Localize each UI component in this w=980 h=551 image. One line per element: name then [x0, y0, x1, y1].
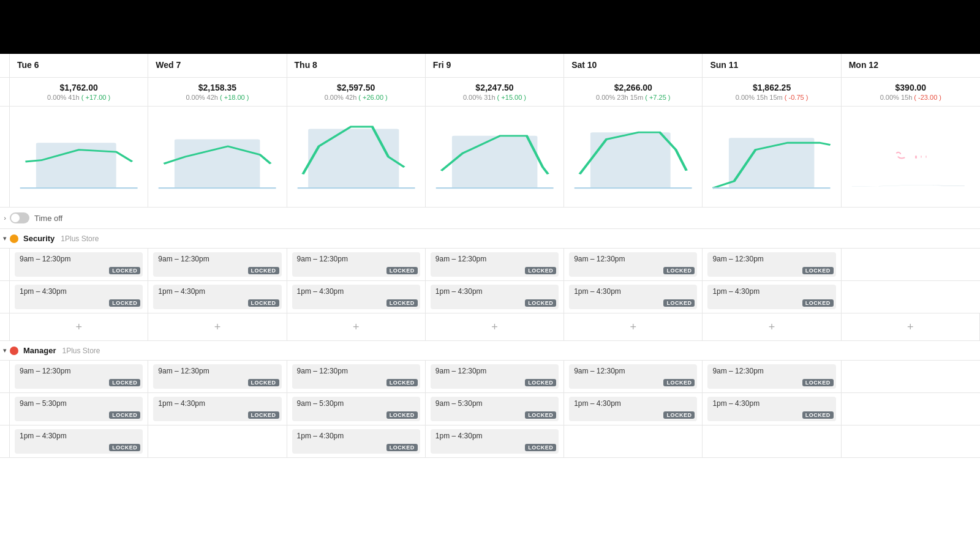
shift-block: 9am – 5:30pm LOCKED	[431, 397, 559, 421]
detail-sun: 0.00% 15h 15m ( -0.75 )	[710, 94, 833, 101]
locked-badge: LOCKED	[109, 411, 140, 419]
manager-shift-mon-r2	[842, 393, 980, 425]
add-security-fri[interactable]: +	[426, 313, 564, 340]
manager-shift-fri-r2[interactable]: 9am – 5:30pm LOCKED	[426, 393, 564, 425]
security-schedule-row-2: 1pm – 4:30pm LOCKED 1pm – 4:30pm LOCKED …	[0, 281, 980, 313]
timeoff-expand-icon[interactable]: ›	[0, 214, 10, 222]
security-shift-sun-r1[interactable]: 9am – 12:30pm LOCKED	[703, 249, 841, 280]
change-fri: ( +15.00 )	[497, 94, 526, 101]
timeoff-toggle[interactable]	[10, 212, 29, 223]
manager-shift-thu-r3[interactable]: 1pm – 4:30pm LOCKED	[287, 425, 426, 457]
security-shift-tue-r2[interactable]: 1pm – 4:30pm LOCKED	[10, 281, 148, 313]
charts-row	[0, 107, 980, 208]
shift-block: 9am – 12:30pm LOCKED	[707, 252, 835, 277]
detail-sat: 0.00% 23h 15m ( +7.25 )	[571, 94, 695, 101]
security-shift-wed-r1[interactable]: 9am – 12:30pm LOCKED	[148, 249, 287, 280]
security-role-name: Security	[23, 234, 55, 243]
shift-block: 1pm – 4:30pm LOCKED	[431, 285, 559, 309]
manager-schedule-row-3: 1pm – 4:30pm LOCKED 1pm – 4:30pm LOCKED …	[0, 425, 980, 458]
manager-shift-sun-r2[interactable]: 1pm – 4:30pm LOCKED	[703, 393, 841, 425]
manager-shift-wed-r2[interactable]: 1pm – 4:30pm LOCKED	[148, 393, 287, 425]
security-shift-mon-r2	[842, 281, 980, 313]
security-add-row: + + + + + + +	[0, 313, 980, 341]
main-content: Tue 6 Wed 7 Thu 8 Fri 9 Sat 10 Sun 11 Mo…	[0, 54, 980, 551]
locked-badge: LOCKED	[663, 299, 695, 307]
manager-shift-sun-r1[interactable]: 9am – 12:30pm LOCKED	[703, 361, 841, 392]
stat-sun: $1,862.25 0.00% 15h 15m ( -0.75 )	[703, 78, 841, 106]
manager-shift-sat-r1[interactable]: 9am – 12:30pm LOCKED	[564, 361, 703, 392]
locked-badge: LOCKED	[386, 444, 418, 451]
locked-badge: LOCKED	[802, 411, 834, 419]
day-header-sun: Sun 11	[703, 54, 841, 77]
locked-badge: LOCKED	[109, 379, 140, 386]
add-security-tue[interactable]: +	[10, 313, 148, 340]
manager-shift-fri-r3[interactable]: 1pm – 4:30pm LOCKED	[426, 425, 564, 457]
add-security-sat[interactable]: +	[564, 313, 703, 340]
security-shift-wed-r2[interactable]: 1pm – 4:30pm LOCKED	[148, 281, 287, 313]
shift-block: 9am – 12:30pm LOCKED	[153, 252, 281, 277]
security-shift-sun-r2[interactable]: 1pm – 4:30pm LOCKED	[703, 281, 841, 313]
security-shift-sat-r1[interactable]: 9am – 12:30pm LOCKED	[564, 249, 703, 280]
shift-block: 1pm – 4:30pm LOCKED	[292, 429, 420, 454]
stats-row: $1,762.00 0.00% 41h ( +17.00 ) $2,158.35…	[0, 78, 980, 107]
locked-badge: LOCKED	[109, 299, 140, 307]
security-shift-thu-r2[interactable]: 1pm – 4:30pm LOCKED	[287, 281, 426, 313]
locked-badge: LOCKED	[525, 267, 556, 274]
add-security-thu[interactable]: +	[287, 313, 426, 340]
locked-badge: LOCKED	[386, 411, 418, 419]
add-security-sun[interactable]: +	[703, 313, 841, 340]
manager-shift-tue-r2[interactable]: 9am – 5:30pm LOCKED	[10, 393, 148, 425]
day-header-sat: Sat 10	[564, 54, 703, 77]
manager-collapse-icon[interactable]: ▾	[0, 347, 10, 354]
security-shift-fri-r2[interactable]: 1pm – 4:30pm LOCKED	[426, 281, 564, 313]
manager-shift-wed-r1[interactable]: 9am – 12:30pm LOCKED	[148, 361, 287, 392]
security-schedule-row-1: 9am – 12:30pm LOCKED 9am – 12:30pm LOCKE…	[0, 249, 980, 281]
stat-wed: $2,158.35 0.00% 42h ( +18.00 )	[148, 78, 287, 106]
stat-tue: $1,762.00 0.00% 41h ( +17.00 )	[10, 78, 148, 106]
manager-shift-tue-r1[interactable]: 9am – 12:30pm LOCKED	[10, 361, 148, 392]
security-shift-sat-r2[interactable]: 1pm – 4:30pm LOCKED	[564, 281, 703, 313]
security-shift-fri-r1[interactable]: 9am – 12:30pm LOCKED	[426, 249, 564, 280]
manager-shift-fri-r1[interactable]: 9am – 12:30pm LOCKED	[426, 361, 564, 392]
security-collapse-icon[interactable]: ▾	[0, 234, 10, 242]
role-header-manager: ▾ Manager 1Plus Store	[0, 341, 980, 361]
manager-shift-sat-r2[interactable]: 1pm – 4:30pm LOCKED	[564, 393, 703, 425]
spacer7	[0, 361, 10, 392]
change-tue: ( +17.00 )	[81, 94, 110, 101]
amount-tue: $1,762.00	[17, 83, 140, 92]
detail-tue: 0.00% 41h ( +17.00 )	[17, 94, 140, 101]
change-sat: ( +7.25 )	[645, 94, 670, 101]
manager-shift-thu-r1[interactable]: 9am – 12:30pm LOCKED	[287, 361, 426, 392]
manager-schedule-row-2: 9am – 5:30pm LOCKED 1pm – 4:30pm LOCKED …	[0, 393, 980, 425]
change-sun: ( -0.75 )	[785, 94, 809, 101]
shift-block: 9am – 5:30pm LOCKED	[292, 397, 420, 421]
add-security-wed[interactable]: +	[148, 313, 287, 340]
detail-thu: 0.00% 42h ( +26.00 )	[295, 94, 418, 101]
shift-block: 1pm – 4:30pm LOCKED	[569, 285, 697, 309]
locked-badge: LOCKED	[525, 379, 556, 386]
locked-badge: LOCKED	[248, 379, 279, 386]
locked-badge: LOCKED	[248, 411, 279, 419]
role-header-security: ▾ Security 1Plus Store	[0, 229, 980, 249]
day-header-thu: Thu 8	[287, 54, 426, 77]
chart-svg-mon-partial	[846, 184, 975, 202]
add-security-mon[interactable]: +	[842, 313, 980, 340]
change-mon: ( -23.00 )	[914, 94, 941, 101]
amount-wed: $2,158.35	[156, 83, 279, 92]
manager-shift-mon-r3	[842, 425, 980, 457]
chart-fri	[426, 107, 564, 207]
shift-block: 1pm – 4:30pm LOCKED	[569, 397, 697, 421]
manager-shift-tue-r3[interactable]: 1pm – 4:30pm LOCKED	[10, 425, 148, 457]
stat-thu: $2,597.50 0.00% 42h ( +26.00 )	[287, 78, 426, 106]
locked-badge: LOCKED	[109, 267, 140, 274]
security-shift-tue-r1[interactable]: 9am – 12:30pm LOCKED	[10, 249, 148, 280]
amount-sun: $1,862.25	[710, 83, 833, 92]
locked-badge: LOCKED	[248, 299, 279, 307]
manager-shift-thu-r2[interactable]: 9am – 5:30pm LOCKED	[287, 393, 426, 425]
security-shift-thu-r1[interactable]: 9am – 12:30pm LOCKED	[287, 249, 426, 280]
shift-block: 9am – 12:30pm LOCKED	[15, 364, 143, 389]
manager-dot	[10, 347, 18, 355]
locked-badge: LOCKED	[525, 444, 556, 451]
dot2	[921, 156, 922, 158]
chart-thu	[287, 107, 426, 207]
